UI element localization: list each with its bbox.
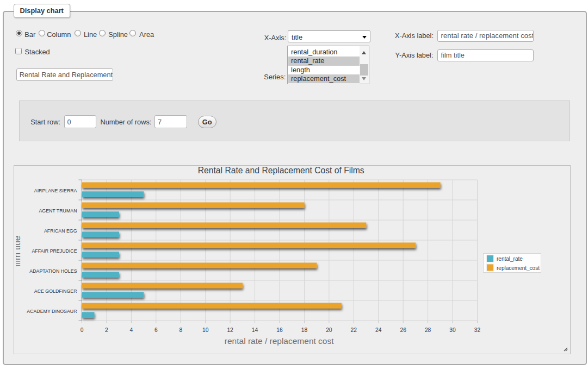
svg-text:ACADEMY DINOSAUR: ACADEMY DINOSAUR (27, 309, 77, 314)
svg-text:18: 18 (301, 327, 308, 333)
svg-text:28: 28 (425, 327, 431, 333)
svg-text:12: 12 (227, 327, 233, 333)
svg-text:24: 24 (375, 327, 382, 333)
svg-text:film title: film title (16, 236, 22, 267)
svg-text:20: 20 (326, 327, 332, 333)
svg-text:Rental Rate and Replacement Co: Rental Rate and Replacement Cost of Film… (198, 166, 364, 175)
svg-text:rental_rate: rental_rate (497, 256, 523, 262)
svg-text:6: 6 (154, 327, 158, 333)
svg-text:0: 0 (81, 327, 84, 333)
svg-text:AFFAIR PREJUDICE: AFFAIR PREJUDICE (32, 248, 77, 254)
svg-text:16: 16 (276, 327, 283, 333)
svg-text:32: 32 (474, 327, 481, 333)
svg-text:22: 22 (351, 327, 357, 333)
svg-text:30: 30 (449, 327, 456, 333)
svg-text:replacement_cost: replacement_cost (497, 265, 540, 271)
svg-text:4: 4 (130, 327, 133, 333)
svg-text:AIRPLANE SIERRA: AIRPLANE SIERRA (34, 188, 77, 193)
svg-text:2: 2 (105, 327, 108, 333)
svg-text:26: 26 (400, 327, 406, 333)
svg-text:AGENT TRUMAN: AGENT TRUMAN (39, 208, 77, 214)
svg-text:8: 8 (179, 327, 182, 333)
svg-text:10: 10 (202, 327, 209, 333)
svg-text:rental rate / replacement cost: rental rate / replacement cost (225, 336, 334, 346)
svg-text:14: 14 (252, 327, 258, 333)
svg-text:AFRICAN EGG: AFRICAN EGG (44, 228, 77, 234)
svg-text:ACE GOLDFINGER: ACE GOLDFINGER (34, 289, 77, 294)
svg-text:ADAPTATION HOLES: ADAPTATION HOLES (29, 268, 77, 274)
